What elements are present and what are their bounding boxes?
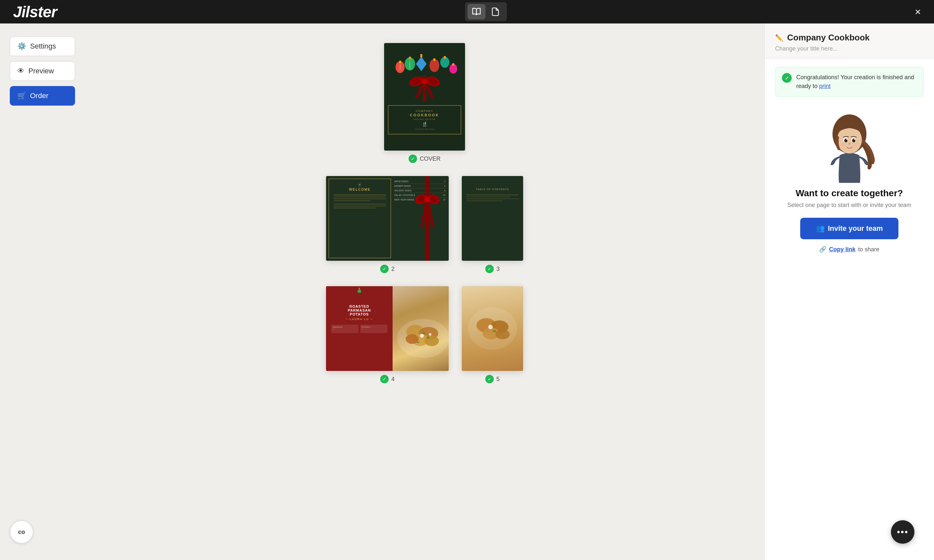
congrats-text: Congratulations! Your creation is finish… [796,73,917,91]
link-icon: 🔗 [819,246,826,253]
page3-check: ✓ [485,265,494,273]
svg-rect-20 [425,176,430,261]
svg-rect-3 [409,57,411,59]
panel-subtitle[interactable]: Change your title here... [775,45,923,52]
page2-label-text: 2 [391,266,395,272]
invite-subtext: Select one page to start with or invite … [775,202,923,209]
recipe-deco: 🎄 [356,288,363,294]
cover-check: ✓ [409,154,417,163]
page5-label: ✓ 5 [485,375,500,383]
svg-point-36 [429,333,431,336]
co-icon-label: co [18,529,25,535]
page4-label-text: 4 [391,376,395,383]
svg-point-41 [496,329,510,339]
svg-point-53 [846,139,847,140]
page2-thumbnail[interactable]: 🍴 WELCOME [326,176,449,261]
order-button[interactable]: 🛒 Order [10,86,75,106]
page4-label: ✓ 4 [380,375,395,383]
right-panel: ✏️ Company Cookbook Change your title he… [764,23,934,560]
cover-thumbnail[interactable]: COMPANY COOKBOOK HOLIDAY EDITION 🍴 Lorem… [384,43,465,151]
invite-btn-label: Invite your team [828,224,883,233]
order-label: Order [30,92,48,100]
page3-label: ✓ 3 [485,265,500,273]
page5-check: ✓ [485,375,494,383]
congrats-check-icon: ✓ [782,73,792,83]
page3-item: TABLE OF CONTENTS ✓ 3 [462,176,523,273]
fab-dots: ••• [897,527,908,537]
svg-point-54 [854,139,855,140]
fab-button[interactable]: ••• [891,520,914,544]
congrats-banner: ✓ Congratulations! Your creation is fini… [775,67,923,97]
edit-title-icon[interactable]: ✏️ [775,34,783,42]
cart-icon: 🛒 [17,92,26,100]
invite-team-button[interactable]: 👥 Invite your team [800,218,899,239]
cover-page-item: COMPANY COOKBOOK HOLIDAY EDITION 🍴 Lorem… [384,43,465,163]
gear-icon: ⚙️ [17,42,26,51]
svg-point-31 [406,334,419,344]
svg-point-57 [854,143,858,146]
svg-rect-11 [452,63,454,66]
congrats-text-before: Congratulations! Your creation is finish… [796,74,914,89]
page5-thumbnail[interactable] [462,286,523,371]
svg-point-43 [493,330,496,332]
invite-section: Want to create together? Select one page… [765,183,934,560]
app-header: Jilster × [0,0,934,23]
svg-point-56 [840,143,846,146]
spread-row-2: 🎄 ROASTEDPARMASANPOTATOS ~ Laura Lu ~ In… [326,286,523,383]
recipe-title-text: ROASTEDPARMASANPOTATOS [331,305,387,316]
logo: Jilster [13,3,57,21]
recipe-subtitle-text: ~ Laura Lu ~ [331,317,387,321]
print-link[interactable]: print [819,83,831,89]
page-view-button[interactable] [486,4,504,19]
cover-label-text: COVER [420,155,441,162]
svg-rect-7 [433,58,435,61]
page2-check: ✓ [380,265,389,273]
svg-rect-1 [399,61,401,63]
book-view-button[interactable] [468,4,485,19]
copy-link-row: 🔗 Copy link to share [775,246,923,253]
settings-button[interactable]: ⚙️ Settings [10,37,75,56]
page4-thumbnail[interactable]: 🎄 ROASTEDPARMASANPOTATOS ~ Laura Lu ~ In… [326,286,449,371]
preview-label: Preview [28,67,54,75]
spread-row-1: 🍴 WELCOME [326,176,523,273]
svg-point-55 [848,143,851,145]
left-sidebar: ⚙️ Settings 👁 Preview 🛒 Order [0,23,85,560]
view-toggle [465,2,507,21]
invite-heading: Want to create together? [775,188,923,198]
svg-rect-9 [444,56,446,58]
svg-point-34 [417,342,419,343]
page5-item: ✓ 5 [462,286,523,383]
page5-label-text: 5 [496,376,500,383]
eye-icon: 👁 [17,67,25,75]
page2-item: 🍴 WELCOME [326,176,449,273]
panel-header: ✏️ Company Cookbook Change your title he… [765,23,934,59]
panel-title-text: Company Cookbook [787,32,870,43]
cover-label: ✓ COVER [409,154,441,163]
mascot-character [820,111,879,183]
panel-title-row: ✏️ Company Cookbook [775,32,923,43]
invite-icon: 👥 [816,224,825,233]
page3-thumbnail[interactable]: TABLE OF CONTENTS [462,176,523,261]
copy-link-button[interactable]: Copy link [829,246,855,253]
svg-point-42 [488,325,493,329]
cover-row: COMPANY COOKBOOK HOLIDAY EDITION 🍴 Lorem… [384,43,465,163]
page4-item: 🎄 ROASTEDPARMASANPOTATOS ~ Laura Lu ~ In… [326,286,449,383]
mascot-area [765,105,934,183]
page4-check: ✓ [380,375,389,383]
svg-point-33 [426,337,429,338]
page3-label-text: 3 [496,266,500,272]
copy-link-suffix: to share [858,246,879,253]
co-icon-button[interactable]: co [10,520,33,544]
close-button[interactable]: × [915,6,921,17]
main-layout: ⚙️ Settings 👁 Preview 🛒 Order [0,0,934,560]
settings-label: Settings [30,42,56,51]
svg-point-35 [420,334,424,338]
canvas-area: COMPANY COOKBOOK HOLIDAY EDITION 🍴 Lorem… [85,23,764,560]
preview-button[interactable]: 👁 Preview [10,61,75,81]
page2-label: ✓ 2 [380,265,395,273]
svg-point-25 [424,196,431,202]
